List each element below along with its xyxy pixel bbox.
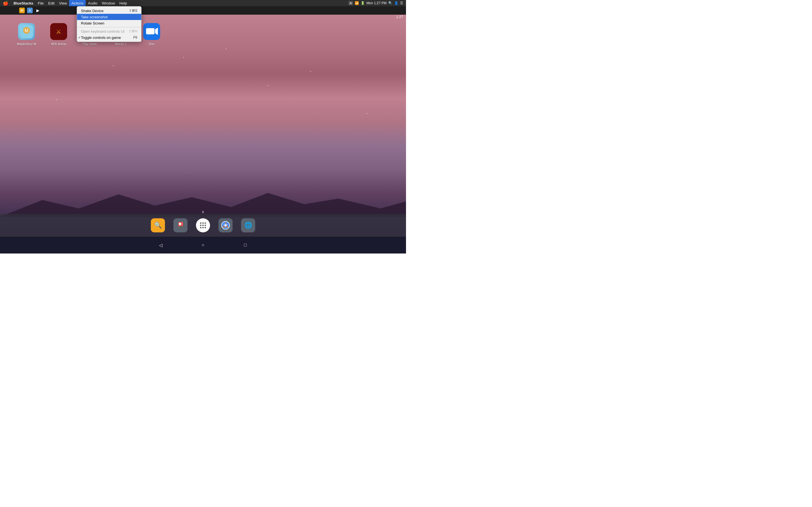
menubar-clock: Mon 1:27 PM: [366, 1, 387, 5]
bluestacks-toolbar: W A ▶: [0, 6, 406, 15]
app-afk-arena[interactable]: ⚔ AFK Arena: [50, 23, 67, 46]
app-maplestory[interactable]: M MapleStory M: [17, 23, 36, 46]
android-dock: 🔍 🎴: [0, 214, 406, 237]
edit-menu-item[interactable]: Edit: [46, 0, 57, 6]
svg-point-17: [202, 225, 204, 226]
maplestory-icon: M: [18, 23, 35, 40]
audio-menu-item[interactable]: Audio: [86, 0, 100, 6]
wifi-icon: 📶: [355, 1, 359, 5]
actions-menu-item[interactable]: Actions: [69, 0, 86, 6]
bluestacks-menu-item[interactable]: BlueStacks: [11, 0, 36, 6]
open-keyboard-shortcut: ⇧⌘H: [129, 29, 137, 33]
view-menu-item[interactable]: View: [57, 0, 69, 6]
chevron-up[interactable]: ∧: [202, 210, 204, 214]
menu-shake-device[interactable]: Shake Device ⇧⌘S: [77, 8, 141, 14]
afk-label: AFK Arena: [51, 42, 66, 46]
menu-rotate-screen[interactable]: Rotate Screen: [77, 20, 141, 26]
menubar-right: A 📶 🔋 Mon 1:27 PM 🔍 👤 ☰: [349, 1, 406, 5]
playstore-label: Play Store: [82, 42, 97, 46]
app-duo[interactable]: Duo: [143, 23, 160, 46]
svg-point-18: [205, 225, 206, 226]
dock-chrome[interactable]: [218, 218, 233, 232]
toolbar-play-icon[interactable]: ▶: [35, 8, 41, 13]
open-keyboard-label: Open keyboard controls UI: [81, 29, 124, 34]
rotate-screen-label: Rotate Screen: [81, 21, 104, 25]
actions-dropdown-menu: Shake Device ⇧⌘S Take screenshot Rotate …: [77, 6, 142, 42]
dock-photos-icon: 🎴: [177, 222, 185, 229]
duo-icon: [143, 23, 160, 40]
file-menu-item[interactable]: File: [36, 0, 46, 6]
menu-toggle-controls[interactable]: Toggle controls on game F6: [77, 34, 141, 41]
app-drawer-icon: [199, 222, 207, 229]
menu-open-keyboard-controls: Open keyboard controls UI ⇧⌘H: [77, 28, 141, 34]
dock-search[interactable]: 🔍: [151, 218, 165, 232]
menubar-left: 🍎 BlueStacks File Edit View Actions Audi…: [0, 0, 129, 6]
svg-point-15: [205, 223, 206, 224]
toggle-controls-label: Toggle controls on game: [81, 36, 121, 40]
dock-search-icon: 🔍: [154, 222, 162, 229]
shake-device-shortcut: ⇧⌘S: [129, 9, 137, 13]
mac-menubar: 🍎 BlueStacks File Edit View Actions Audi…: [0, 0, 406, 6]
svg-point-20: [202, 227, 204, 228]
take-screenshot-label: Take screenshot: [81, 15, 108, 19]
dock-app-drawer[interactable]: [196, 218, 210, 232]
android-area: M MapleStory M ⚔ AFK Arena: [0, 15, 406, 253]
menu-icon[interactable]: ☰: [400, 1, 403, 5]
apple-menu[interactable]: 🍎: [0, 0, 11, 6]
svg-point-25: [224, 224, 227, 226]
dock-chrome-icon: [221, 221, 230, 230]
menubar-a-icon: A: [349, 1, 353, 5]
android-nav: ◁ ○ □: [0, 237, 406, 253]
svg-point-19: [200, 227, 202, 228]
dock-browser-icon: 🌐: [245, 222, 252, 229]
battery-icon: 🔋: [361, 1, 365, 5]
nav-back[interactable]: ◁: [156, 241, 165, 249]
nav-recents[interactable]: □: [241, 241, 250, 249]
svg-point-14: [202, 223, 204, 224]
android-time-display: 1:27: [396, 15, 403, 19]
svg-point-21: [205, 227, 206, 228]
duo-label: Duo: [149, 42, 154, 46]
svg-rect-11: [146, 28, 154, 34]
shake-device-label: Shake Device: [81, 9, 103, 13]
words-label: Words 2: [115, 42, 126, 46]
window-menu-item[interactable]: Window: [100, 0, 117, 6]
toggle-controls-shortcut: F6: [133, 36, 137, 40]
nav-home[interactable]: ○: [199, 241, 207, 249]
maplestory-label: MapleStory M: [17, 42, 36, 46]
user-icon: 👤: [394, 1, 398, 5]
toolbar-w-icon[interactable]: W: [19, 8, 25, 13]
svg-point-13: [200, 223, 202, 224]
dock-browser[interactable]: 🌐: [241, 218, 255, 232]
search-icon[interactable]: 🔍: [388, 1, 393, 5]
menu-take-screenshot[interactable]: Take screenshot: [77, 14, 141, 20]
toolbar-a-icon[interactable]: A: [27, 8, 33, 13]
afk-icon: ⚔: [50, 23, 67, 40]
dock-photos[interactable]: 🎴: [173, 218, 188, 232]
svg-text:M: M: [24, 28, 28, 33]
svg-point-16: [200, 225, 202, 226]
help-menu-item[interactable]: Help: [117, 0, 130, 6]
svg-text:⚔: ⚔: [56, 28, 61, 35]
